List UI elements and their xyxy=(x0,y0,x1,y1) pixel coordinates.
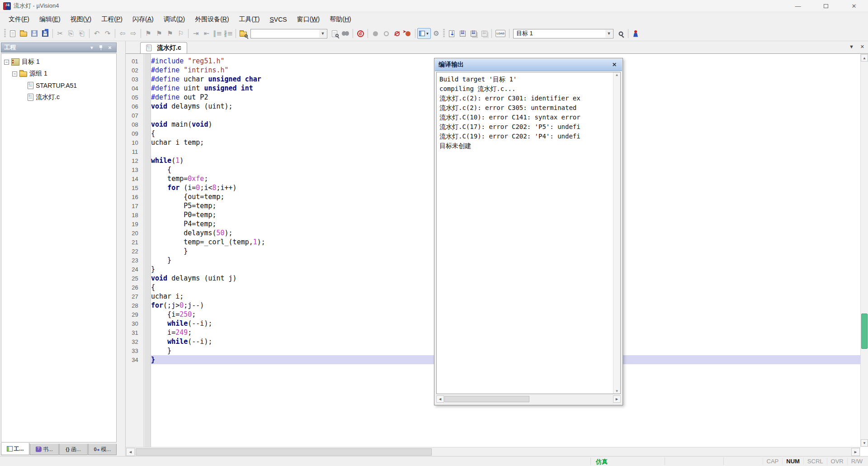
debug-session-icon[interactable] xyxy=(630,28,641,39)
tree-expander-icon[interactable]: − xyxy=(4,60,9,65)
binoculars-find-icon[interactable] xyxy=(340,28,351,39)
tree-item-1[interactable]: −源组 1 xyxy=(1,68,116,80)
panel-menu-chevron-icon[interactable]: ▼ xyxy=(88,44,95,51)
menu-item-7[interactable]: 工具(T) xyxy=(234,14,265,25)
navigate-back-icon[interactable]: ⇦ xyxy=(117,28,128,39)
tree-item-0[interactable]: −目标 1 xyxy=(1,56,116,68)
search-combo[interactable]: ▼ xyxy=(250,29,327,38)
output-horizontal-scroll-thumb[interactable] xyxy=(444,396,529,402)
copy-icon[interactable]: ⎘ xyxy=(66,28,76,39)
undo-icon[interactable]: ↶ xyxy=(91,28,102,39)
find-in-files-icon[interactable] xyxy=(238,28,249,39)
save-icon[interactable] xyxy=(29,28,40,39)
editor-tab[interactable]: 流水灯.c xyxy=(140,42,187,53)
find-in-document-icon[interactable] xyxy=(329,28,340,39)
bookmark-next-icon[interactable]: ⚑ xyxy=(165,28,175,39)
horizontal-scroll-thumb[interactable] xyxy=(136,448,432,456)
vertical-scroll-thumb[interactable] xyxy=(861,314,868,349)
rebuild-all-icon[interactable] xyxy=(468,28,479,39)
toolbar-drag-handle-2[interactable] xyxy=(443,29,445,38)
scroll-up-icon[interactable]: ▲ xyxy=(861,54,868,62)
bookmark-prev-icon[interactable]: ⚑ xyxy=(154,28,165,39)
line-number: 07 xyxy=(126,112,144,119)
scroll-left-icon[interactable]: ◄ xyxy=(126,448,135,456)
kill-all-breakpoints-icon[interactable] xyxy=(402,28,413,39)
batch-build-icon[interactable] xyxy=(479,28,490,39)
new-file-icon[interactable] xyxy=(7,28,18,39)
output-line-3[interactable]: 流水灯.c(2): error C305: unterminated xyxy=(439,103,611,113)
toolbar-drag-handle[interactable] xyxy=(4,29,6,38)
panel-tab-2[interactable]: {}函... xyxy=(59,444,88,455)
window-layout-icon[interactable]: ▼ xyxy=(417,28,431,39)
build-output-close-icon[interactable]: ✕ xyxy=(610,61,618,69)
tree-expander-icon[interactable]: − xyxy=(12,71,17,76)
load-flash-icon[interactable]: LOAD xyxy=(494,28,507,39)
tree-item-3[interactable]: 流水灯.c xyxy=(1,91,116,103)
tree-item-2[interactable]: STARTUP.A51 xyxy=(1,80,116,91)
scroll-down-icon[interactable]: ▼ xyxy=(861,439,868,447)
minimize-button[interactable]: — xyxy=(784,0,812,12)
output-scroll-right-icon[interactable]: ► xyxy=(613,395,621,403)
output-line-0[interactable]: Build target '目标 1' xyxy=(439,75,611,84)
panel-pin-icon[interactable] xyxy=(97,44,104,51)
configure-wrench-icon[interactable]: ⚙ xyxy=(431,28,442,39)
bookmark-clear-icon[interactable]: ⚐ xyxy=(175,28,186,39)
target-combo-dropdown-icon[interactable]: ▼ xyxy=(605,30,613,38)
menu-item-8[interactable]: SVCS xyxy=(265,14,292,25)
cut-icon[interactable]: ✂ xyxy=(55,28,66,39)
translate-file-icon[interactable] xyxy=(446,28,457,39)
menu-item-6[interactable]: 外围设备(R) xyxy=(190,14,234,25)
menu-item-3[interactable]: 工程(P) xyxy=(96,14,127,25)
output-vertical-scrollbar[interactable]: ▲ ▼ xyxy=(613,72,620,394)
open-folder-icon[interactable] xyxy=(18,28,29,39)
menu-item-0[interactable]: 文件(F) xyxy=(4,14,34,25)
bookmark-toggle-icon[interactable]: ⚑ xyxy=(143,28,154,39)
output-line-7[interactable]: 目标未创建 xyxy=(439,141,611,151)
save-all-icon[interactable] xyxy=(40,28,51,39)
build-icon[interactable] xyxy=(457,28,468,39)
output-line-2[interactable]: 流水灯.c(2): error C301: identifier ex xyxy=(439,94,611,103)
navigate-forward-icon[interactable]: ⇨ xyxy=(128,28,139,39)
menu-item-2[interactable]: 视图(V) xyxy=(66,14,97,25)
target-combo[interactable]: 目标 1 ▼ xyxy=(513,29,613,38)
panel-tab-3[interactable]: 0模... xyxy=(88,444,117,455)
panel-tab-0[interactable]: 工... xyxy=(1,443,29,455)
output-scroll-down-icon[interactable]: ▼ xyxy=(614,389,620,393)
editor-horizontal-scrollbar[interactable]: ◄ ► xyxy=(126,447,860,456)
insert-breakpoint-icon[interactable] xyxy=(370,28,381,39)
output-horizontal-scrollbar[interactable]: ◄ ► xyxy=(436,395,621,403)
menu-item-4[interactable]: 闪存(A) xyxy=(127,14,159,25)
target-options-icon[interactable] xyxy=(615,28,626,39)
comment-icon[interactable]: ∥≡ xyxy=(212,28,223,39)
disable-all-breakpoints-icon[interactable] xyxy=(392,28,402,39)
uncomment-icon[interactable]: ∦≡ xyxy=(223,28,234,39)
indent-icon[interactable]: ⇥ xyxy=(190,28,201,39)
panel-tab-1[interactable]: 书... xyxy=(30,444,58,455)
scroll-right-icon[interactable]: ► xyxy=(851,448,860,456)
menu-item-5[interactable]: 调试(D) xyxy=(159,14,190,25)
panel-splitter[interactable] xyxy=(118,41,125,456)
enable-breakpoint-icon[interactable] xyxy=(381,28,392,39)
build-output-title-bar[interactable]: 编译输出 ✕ xyxy=(435,59,622,71)
outdent-icon[interactable]: ⇤ xyxy=(201,28,212,39)
output-line-1[interactable]: compiling 流水灯.c... xyxy=(439,84,611,94)
panel-tab-label: 函... xyxy=(71,446,81,453)
output-scroll-up-icon[interactable]: ▲ xyxy=(614,73,620,77)
start-stop-debug-icon[interactable]: d xyxy=(355,28,366,39)
tab-close-icon[interactable]: ✕ xyxy=(860,44,864,50)
close-button[interactable]: ✕ xyxy=(840,0,868,12)
menu-item-1[interactable]: 编辑(E) xyxy=(34,14,66,25)
panel-close-icon[interactable]: ✕ xyxy=(106,44,113,51)
output-line-5[interactable]: 流水灯.C(17): error C202: 'P5': undefi xyxy=(439,122,611,132)
output-line-6[interactable]: 流水灯.C(19): error C202: 'P4': undefi xyxy=(439,132,611,141)
paste-icon[interactable]: ⎗ xyxy=(76,28,87,39)
redo-icon[interactable]: ↷ xyxy=(102,28,113,39)
menu-item-9[interactable]: 窗口(W) xyxy=(292,14,325,25)
tab-list-chevron-icon[interactable]: ▼ xyxy=(849,44,854,50)
output-line-4[interactable]: 流水灯.C(10): error C141: syntax error xyxy=(439,113,611,122)
search-combo-dropdown-icon[interactable]: ▼ xyxy=(319,30,326,38)
menu-item-10[interactable]: 帮助(H) xyxy=(325,14,356,25)
editor-vertical-scrollbar[interactable]: ▲ ▼ xyxy=(860,54,868,447)
output-scroll-left-icon[interactable]: ◄ xyxy=(436,395,444,403)
maximize-button[interactable] xyxy=(812,0,840,12)
